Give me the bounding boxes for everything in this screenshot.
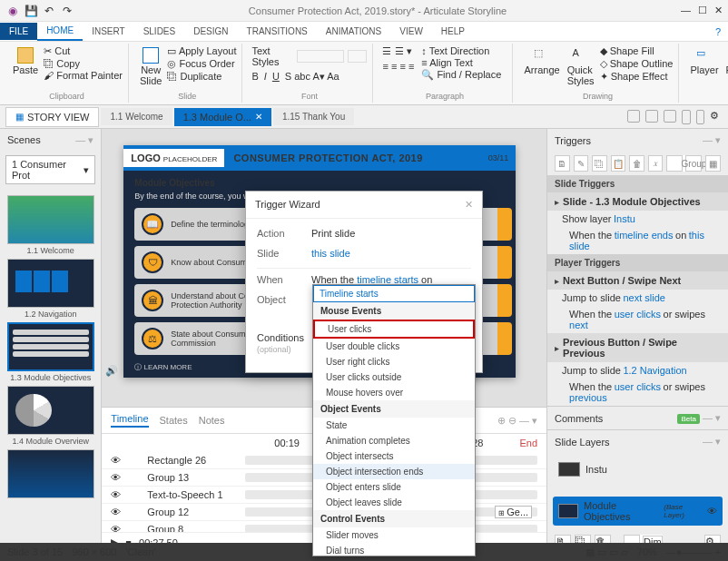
timeline-tools[interactable]: ⊕ ⊖ — ▾ (497, 415, 537, 427)
layer-base[interactable]: Module Objectives(Base Layer) 👁 (553, 497, 723, 526)
variables-button[interactable]: 𝑥 (648, 155, 664, 172)
delete-trigger-button[interactable]: 🗑 (629, 155, 644, 172)
dropdown-item[interactable]: Dial turns (313, 543, 475, 556)
slide-value[interactable]: this slide (311, 248, 350, 259)
player-button[interactable]: ▭Player (688, 45, 720, 77)
visibility-icon[interactable]: 👁 (707, 506, 717, 517)
focus-order-button[interactable]: ◎ Focus Order (167, 58, 236, 70)
dropdown-item-user-clicks[interactable]: User clicks (313, 320, 475, 339)
next-button-header[interactable]: ▸ Next Button / Swipe Next (547, 271, 728, 290)
layer-instu[interactable]: Instu (553, 458, 723, 480)
dropdown-item[interactable]: Object intersection ends (313, 464, 475, 479)
prev-button-header[interactable]: ▸ Previous Button / Swipe Previous (547, 333, 728, 362)
dropdown-item[interactable]: User right clicks (313, 354, 475, 369)
zoom-level: 70% (637, 546, 657, 557)
copy-trigger-button[interactable]: ⿻ (592, 155, 607, 172)
tab-thank-you[interactable]: 1.15 Thank You (273, 108, 354, 125)
manage-button[interactable]: ▦ (705, 155, 721, 172)
dropdown-item[interactable]: State (313, 418, 475, 433)
tab-welcome[interactable]: 1.1 Welcome (101, 108, 172, 125)
menu-insert[interactable]: INSERT (83, 23, 134, 40)
slide-trigger-header[interactable]: ▸ Slide - 1.3 Module Objectives (547, 192, 728, 211)
action-value[interactable]: Print slide (311, 228, 355, 239)
apply-layout-button[interactable]: ▭ Apply Layout (167, 45, 236, 57)
scene-selector[interactable]: 1 Consumer Prot▾ (5, 155, 95, 184)
dropdown-item[interactable]: Object intersects (313, 448, 475, 464)
menu-file[interactable]: FILE (0, 23, 37, 40)
trigger-item[interactable]: Show layer Instu (547, 211, 728, 227)
audio-icon[interactable]: 🔊 (105, 365, 118, 377)
menu-animations[interactable]: ANIMATIONS (317, 23, 390, 40)
text-direction-button[interactable]: ↕ Text Direction (421, 45, 501, 56)
wizard-close-button[interactable]: ✕ (465, 199, 473, 211)
thumb-module-objectives[interactable]: 1.3 Module Objectives (7, 322, 94, 382)
menu-view[interactable]: VIEW (390, 23, 432, 40)
redo-icon[interactable]: ↷ (60, 4, 74, 18)
when-dropdown[interactable]: Timeline starts Mouse Events User clicks… (312, 284, 476, 556)
duplicate-button[interactable]: ⿻ Duplicate (167, 71, 236, 82)
dropdown-item[interactable]: User double clicks (313, 339, 475, 354)
dropdown-selected[interactable]: Timeline starts (313, 285, 475, 302)
phone-icon[interactable] (696, 110, 704, 124)
thumb-navigation[interactable]: 1.2 Navigation (7, 259, 94, 319)
dropdown-item[interactable]: Mouse hovers over (313, 385, 475, 400)
tablet-landscape-icon[interactable] (664, 110, 676, 123)
quick-styles-button[interactable]: AQuick Styles (566, 45, 596, 88)
paste-trigger-button[interactable]: 📋 (611, 155, 626, 172)
menu-home[interactable]: HOME (37, 22, 83, 41)
shape-fill-button[interactable]: ◆ Shape Fill (600, 45, 674, 57)
align-text-button[interactable]: ≡ Align Text (421, 57, 501, 68)
laptop-icon[interactable] (645, 110, 658, 123)
minimize-button[interactable]: — (681, 5, 691, 16)
tab-module-objectives[interactable]: 1.3 Module O... ✕ (174, 108, 271, 126)
thumb-welcome[interactable]: 1.1 Welcome (7, 195, 94, 255)
find-replace-button[interactable]: 🔍 Find / Replace (421, 69, 501, 81)
view-icons[interactable]: ▦ ▭ ▭ ▱ (585, 546, 628, 558)
zoom-slider[interactable]: —●——— + (666, 546, 721, 557)
menu-help[interactable]: HELP (432, 23, 474, 40)
format-painter-button[interactable]: 🖌 Format Painter (44, 70, 123, 81)
trigger-item[interactable]: Jump to slide next slide (547, 290, 728, 306)
dropdown-item[interactable]: User clicks outside (313, 369, 475, 385)
preview-button[interactable]: 🔍Preview (724, 45, 728, 77)
new-slide-button[interactable]: New Slide (138, 45, 163, 88)
desktop-icon[interactable] (627, 110, 640, 123)
trigger-item[interactable]: When the timeline ends on this slide (547, 227, 728, 254)
tab-notes[interactable]: Notes (199, 415, 225, 426)
close-button[interactable]: ✕ (714, 5, 723, 16)
thumb-next[interactable] (7, 449, 94, 498)
trigger-item[interactable]: When the user clicks or swipes previous (547, 379, 728, 406)
settings-icon[interactable]: ⚙ (710, 110, 723, 123)
trigger-item[interactable]: When the user clicks or swipes next (547, 306, 728, 333)
conditions-label: Conditions(optional) (257, 332, 311, 354)
arrange-button[interactable]: ⬚Arrange (522, 45, 561, 77)
shape-effect-button[interactable]: ✦ Shape Effect (600, 71, 674, 83)
layers-title: Slide Layers (555, 437, 610, 448)
undo-icon[interactable]: ↶ (42, 4, 56, 18)
dropdown-item[interactable]: Animation completes (313, 433, 475, 448)
ribbon-drawing: ⬚Arrange AQuick Styles ◆ Shape Fill ◇ Sh… (516, 44, 679, 103)
save-icon[interactable]: 💾 (24, 4, 38, 18)
menu-design[interactable]: DESIGN (184, 23, 237, 40)
cut-button[interactable]: ✂ Cut (44, 45, 123, 57)
edit-trigger-button[interactable]: ✎ (574, 155, 589, 172)
trigger-item[interactable]: Jump to slide 1.2 Navigation (547, 362, 728, 379)
tab-states[interactable]: States (160, 415, 188, 426)
add-trigger-button[interactable]: 🗎 (555, 155, 570, 172)
dropdown-item[interactable]: Object leaves slide (313, 495, 475, 510)
tab-timeline[interactable]: Timeline (111, 413, 148, 428)
tab-story-view[interactable]: ▦ STORY VIEW (5, 107, 99, 127)
copy-button[interactable]: ⿻ Copy (44, 58, 123, 69)
paste-button[interactable]: Paste (11, 45, 40, 77)
dropdown-item[interactable]: Slider moves (313, 527, 475, 543)
dropdown-item[interactable]: Object enters slide (313, 479, 475, 495)
tablet-portrait-icon[interactable] (682, 110, 691, 124)
text-styles-button[interactable]: Text Styles (251, 45, 293, 67)
maximize-button[interactable]: ☐ (698, 5, 707, 16)
menu-transitions[interactable]: TRANSITIONS (238, 23, 317, 40)
menu-slides[interactable]: SLIDES (134, 23, 185, 40)
thumb-module-overview[interactable]: 1.4 Module Overview (7, 386, 94, 446)
shape-outline-button[interactable]: ◇ Shape Outline (600, 58, 674, 70)
device-preview-icons[interactable]: ⚙ (627, 110, 723, 124)
help-icon[interactable]: ? (715, 26, 721, 37)
